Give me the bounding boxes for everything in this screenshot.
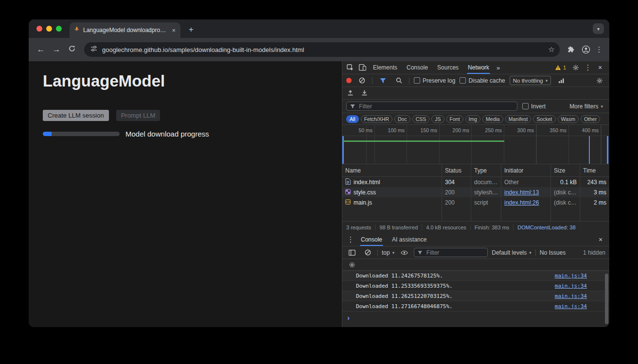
throttling-value: No throttling bbox=[513, 78, 543, 84]
console-filter-field[interactable] bbox=[425, 249, 484, 257]
extensions-puzzle-icon[interactable] bbox=[565, 46, 578, 54]
filter-chip[interactable]: JS bbox=[431, 115, 444, 123]
window-controls bbox=[36, 26, 62, 32]
reload-button[interactable] bbox=[65, 45, 79, 55]
browser-window: LanguageModel downloadpro… × + ▾ ← → goo… bbox=[29, 19, 609, 327]
address-bar[interactable]: googlechrome.github.io/samples/downloadi… bbox=[84, 42, 560, 57]
filter-chip[interactable]: Doc bbox=[394, 115, 410, 123]
site-settings-icon[interactable] bbox=[90, 45, 98, 54]
column-size[interactable]: Size bbox=[551, 164, 580, 176]
disable-cache-checkbox[interactable] bbox=[460, 77, 466, 84]
devtools-close-icon[interactable]: × bbox=[594, 61, 606, 74]
timeline-dcl-marker bbox=[589, 136, 590, 164]
minimize-window-button[interactable] bbox=[46, 26, 52, 32]
inspect-element-icon[interactable] bbox=[344, 61, 356, 74]
console-source-link[interactable]: main.js:34 bbox=[555, 283, 587, 289]
tab-close-icon[interactable]: × bbox=[171, 27, 177, 34]
more-tabs-icon[interactable]: » bbox=[494, 64, 502, 71]
filter-chip[interactable]: Fetch/XHR bbox=[361, 115, 392, 123]
console-source-link[interactable]: main.js:34 bbox=[555, 303, 587, 310]
hidden-messages-count[interactable]: 1 hidden bbox=[583, 249, 605, 256]
tab-search-chevron-icon[interactable]: ▾ bbox=[593, 23, 604, 34]
clear-console-icon[interactable] bbox=[362, 246, 373, 259]
tab-network[interactable]: Network bbox=[463, 61, 494, 74]
back-button[interactable]: ← bbox=[34, 45, 48, 54]
console-settings-gear-icon[interactable] bbox=[346, 259, 358, 270]
zoom-window-button[interactable] bbox=[56, 26, 62, 32]
console-filter-input[interactable] bbox=[414, 248, 488, 257]
console-drawer-close-icon[interactable]: × bbox=[595, 236, 606, 243]
clear-network-log-icon[interactable] bbox=[356, 74, 368, 87]
filter-chip[interactable]: Socket bbox=[533, 115, 555, 123]
tab-console[interactable]: Console bbox=[402, 61, 432, 74]
chevron-down-icon: ▾ bbox=[546, 78, 548, 83]
filter-chip[interactable]: Font bbox=[446, 115, 463, 123]
more-filters-button[interactable]: More filters ▾ bbox=[569, 103, 605, 110]
export-har-icon[interactable] bbox=[361, 89, 368, 97]
bookmark-star-icon[interactable]: ☆ bbox=[545, 45, 558, 54]
devtools-scrollbar-thumb[interactable] bbox=[605, 274, 608, 324]
profile-avatar-icon[interactable] bbox=[579, 45, 593, 54]
throttling-select[interactable]: No throttling ▾ bbox=[510, 76, 551, 85]
url-text: googlechrome.github.io/samples/downloadi… bbox=[102, 46, 541, 53]
invert-checkbox[interactable] bbox=[522, 103, 529, 109]
forward-button[interactable]: → bbox=[49, 45, 64, 54]
browser-tab[interactable]: LanguageModel downloadpro… × bbox=[70, 22, 180, 38]
network-request-row[interactable]: main.js 200 script index.html:26 (disk c… bbox=[342, 197, 609, 208]
invert-label: Invert bbox=[531, 103, 546, 110]
network-settings-gear-icon[interactable] bbox=[594, 74, 605, 87]
devtools-menu-icon[interactable]: ⋮ bbox=[582, 61, 594, 74]
filter-chip[interactable]: All bbox=[346, 115, 359, 123]
filter-chip[interactable]: CSS bbox=[412, 115, 430, 123]
network-filter-input[interactable] bbox=[346, 102, 517, 111]
timeline-load-marker bbox=[607, 136, 608, 164]
log-levels-select[interactable]: Default levels ▾ bbox=[492, 249, 532, 256]
filter-chip[interactable]: Media bbox=[482, 115, 503, 123]
live-expression-eye-icon[interactable] bbox=[398, 246, 410, 259]
timeline-tick-label: 200 ms bbox=[440, 127, 469, 133]
drawer-tab-ai-assistance[interactable]: AI assistance bbox=[387, 233, 431, 246]
column-type[interactable]: Type bbox=[471, 164, 501, 176]
tab-elements[interactable]: Elements bbox=[369, 61, 402, 74]
filter-chip[interactable]: Wasm bbox=[558, 115, 579, 123]
network-request-row[interactable]: index.html 304 docum… Other 0.1 kB 243 m… bbox=[342, 177, 609, 187]
filter-chip[interactable]: Other bbox=[581, 115, 600, 123]
create-llm-session-button[interactable]: Create LLM session bbox=[43, 110, 109, 121]
network-overview-timeline[interactable]: 50 ms 100 ms 150 ms 200 ms 250 ms 300 ms… bbox=[342, 125, 609, 164]
drawer-tab-console[interactable]: Console bbox=[356, 233, 387, 246]
column-name[interactable]: Name bbox=[342, 164, 442, 176]
filter-chip[interactable]: Img bbox=[465, 115, 481, 123]
console-prompt[interactable]: › bbox=[342, 312, 609, 323]
preserve-log-checkbox[interactable] bbox=[414, 77, 420, 84]
record-network-log-button[interactable] bbox=[346, 78, 352, 83]
close-window-button[interactable] bbox=[36, 26, 42, 32]
new-tab-button[interactable]: + bbox=[185, 24, 197, 35]
tab-sources[interactable]: Sources bbox=[433, 61, 463, 74]
column-status[interactable]: Status bbox=[442, 164, 471, 176]
console-drawer-menu-icon[interactable]: ⋮ bbox=[345, 235, 356, 244]
device-toolbar-icon[interactable] bbox=[356, 61, 368, 74]
devtools-settings-gear-icon[interactable] bbox=[570, 61, 582, 74]
context-selector[interactable]: top ▾ bbox=[382, 249, 394, 256]
console-source-link[interactable]: main.js:34 bbox=[555, 293, 587, 299]
column-time[interactable]: Time bbox=[580, 164, 609, 176]
network-conditions-icon[interactable] bbox=[555, 74, 567, 87]
initiator-link[interactable]: index.html:13 bbox=[504, 189, 539, 196]
filter-chip[interactable]: Manifest bbox=[505, 115, 532, 123]
timeline-tick-label: 400 ms bbox=[569, 127, 599, 133]
console-sidebar-icon[interactable] bbox=[346, 246, 358, 259]
summary-domcontentloaded[interactable]: DOMContentLoaded: 38 bbox=[513, 225, 579, 230]
issues-counter[interactable]: No Issues bbox=[540, 249, 566, 256]
network-request-row[interactable]: style.css 200 stylesh… index.html:13 (di… bbox=[342, 187, 609, 197]
browser-menu-icon[interactable]: ⋮ bbox=[594, 45, 604, 54]
import-har-icon[interactable] bbox=[347, 89, 354, 97]
warnings-badge[interactable]: 1 bbox=[551, 65, 569, 70]
search-icon[interactable] bbox=[393, 74, 405, 87]
document-icon bbox=[345, 178, 351, 186]
filter-toggle-icon[interactable] bbox=[377, 74, 389, 87]
preserve-log-label: Preserve log bbox=[423, 77, 455, 84]
column-initiator[interactable]: Initiator bbox=[501, 164, 551, 176]
initiator-link[interactable]: index.html:26 bbox=[504, 199, 539, 206]
network-filter-field[interactable] bbox=[358, 103, 514, 110]
console-source-link[interactable]: main.js:34 bbox=[555, 273, 587, 279]
